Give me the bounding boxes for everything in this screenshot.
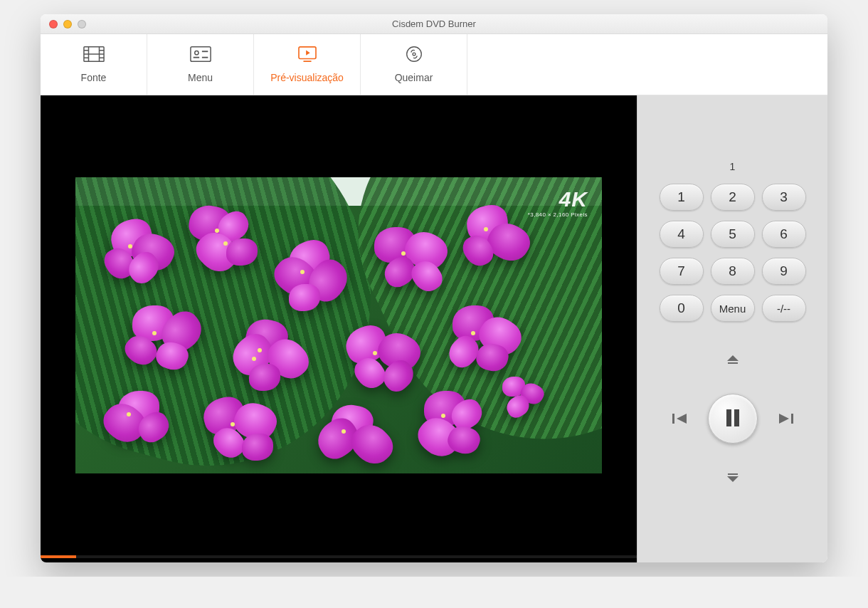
playback-progress[interactable]: [41, 555, 637, 558]
preview-pane: 4K *3,840 × 2,160 Pixels: [41, 95, 637, 562]
playback-progress-fill: [41, 555, 76, 558]
burn-disc-icon: [403, 46, 425, 65]
video-viewport[interactable]: 4K *3,840 × 2,160 Pixels: [41, 95, 637, 555]
tab-label: Menu: [188, 72, 213, 83]
svg-rect-23: [734, 409, 739, 426]
previous-track-button[interactable]: [670, 409, 690, 429]
tab-source[interactable]: Fonte: [41, 34, 147, 95]
keypad-9[interactable]: 9: [762, 258, 806, 285]
svg-rect-25: [791, 414, 793, 424]
svg-point-16: [406, 47, 421, 62]
svg-rect-26: [728, 473, 738, 475]
window-title: Cisdem DVD Burner: [41, 19, 827, 29]
menu-template-icon: [190, 46, 211, 65]
svg-rect-12: [201, 57, 207, 58]
play-pause-button[interactable]: [708, 394, 758, 444]
app-window: Cisdem DVD Burner Fonte: [41, 14, 827, 562]
video-frame: 4K *3,840 × 2,160 Pixels: [75, 177, 602, 473]
remote-panel: 1 1 2 3 4 5 6 7 8 9 0 Menu -/--: [637, 95, 827, 562]
tab-label: Pré-visualização: [270, 72, 344, 83]
svg-marker-14: [306, 50, 310, 55]
svg-point-9: [194, 51, 198, 55]
keypad-4[interactable]: 4: [660, 221, 704, 248]
close-window-button[interactable]: [49, 20, 58, 28]
svg-point-17: [413, 53, 416, 56]
keypad-menu[interactable]: Menu: [711, 295, 755, 322]
keypad-1[interactable]: 1: [660, 184, 704, 211]
preview-play-icon: [297, 46, 318, 65]
zoom-window-button[interactable]: [78, 20, 86, 28]
keypad-8[interactable]: 8: [711, 258, 755, 285]
workspace: 4K *3,840 × 2,160 Pixels 1 1 2 3 4 5 6 7…: [41, 95, 827, 562]
svg-marker-18: [727, 355, 739, 361]
tab-preview[interactable]: Pré-visualização: [254, 34, 361, 95]
chapter-display: 1: [650, 108, 815, 179]
resolution-badge-large: 4K: [559, 187, 588, 211]
filmstrip-icon: [83, 46, 105, 65]
main-toolbar: Fonte Menu Pré-v: [41, 34, 827, 95]
pause-icon: [725, 409, 741, 429]
svg-rect-20: [672, 414, 674, 424]
svg-rect-10: [201, 51, 207, 52]
keypad-7[interactable]: 7: [660, 258, 704, 285]
keypad-5[interactable]: 5: [711, 221, 755, 248]
svg-marker-21: [677, 414, 687, 424]
titlebar: Cisdem DVD Burner: [41, 14, 827, 34]
tab-label: Queimar: [395, 72, 433, 83]
resolution-badge: 4K *3,840 × 2,160 Pixels: [528, 187, 588, 218]
tab-label: Fonte: [81, 72, 107, 83]
keypad-2[interactable]: 2: [711, 184, 755, 211]
minimize-window-button[interactable]: [63, 20, 72, 28]
video-still-image: [75, 177, 602, 473]
keypad: 1 2 3 4 5 6 7 8 9 0 Menu -/--: [660, 184, 806, 322]
svg-marker-27: [727, 476, 739, 482]
keypad-dash[interactable]: -/--: [762, 295, 806, 322]
svg-rect-8: [190, 47, 210, 62]
window-controls: [41, 20, 86, 28]
chapter-up-button[interactable]: [723, 353, 743, 373]
resolution-badge-small: *3,840 × 2,160 Pixels: [528, 211, 588, 218]
keypad-3[interactable]: 3: [762, 184, 806, 211]
tab-burn[interactable]: Queimar: [361, 34, 467, 95]
keypad-0[interactable]: 0: [660, 295, 704, 322]
svg-rect-22: [726, 409, 731, 426]
svg-rect-11: [193, 57, 199, 58]
transport-controls: [676, 362, 790, 476]
next-track-button[interactable]: [776, 409, 795, 429]
tab-menu[interactable]: Menu: [147, 34, 254, 95]
svg-marker-24: [779, 414, 789, 424]
svg-rect-19: [728, 362, 738, 364]
chapter-down-button[interactable]: [723, 464, 743, 484]
keypad-6[interactable]: 6: [762, 221, 806, 248]
